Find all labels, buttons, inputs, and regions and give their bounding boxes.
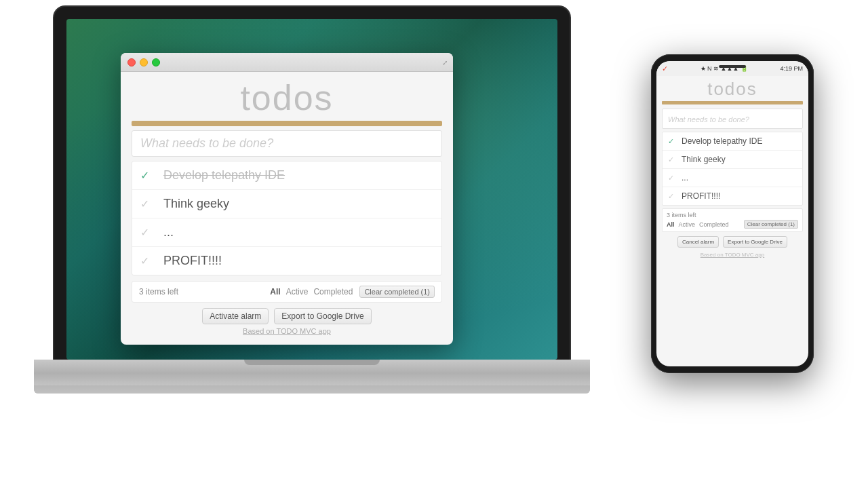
phone-time: 4:19 PM bbox=[780, 65, 803, 72]
todo-item-2[interactable]: ✓ Think geeky bbox=[132, 190, 441, 218]
phone-action-buttons: Cancel alarm Export to Google Drive bbox=[662, 236, 803, 248]
phone-todo-item-3[interactable]: ✓ ... bbox=[663, 169, 802, 187]
todo-input-placeholder: What needs to be done? bbox=[140, 136, 273, 150]
phone-filter-all[interactable]: All bbox=[667, 221, 675, 228]
traffic-lights bbox=[127, 58, 160, 66]
phone-check-icon: ✓ bbox=[662, 64, 668, 73]
phone-cancel-alarm-button[interactable]: Cancel alarm bbox=[677, 236, 719, 248]
phone-todo-item-2[interactable]: ✓ Think geeky bbox=[663, 151, 802, 169]
todo-text-3: ... bbox=[163, 225, 174, 240]
export-button[interactable]: Export to Google Drive bbox=[274, 308, 371, 324]
todo-input-row[interactable]: What needs to be done? bbox=[132, 130, 442, 157]
filter-active[interactable]: Active bbox=[286, 287, 309, 296]
laptop-screen-outer: ⤢ todos What needs to be done? ✓ bbox=[54, 7, 570, 360]
phone-todo-text-1: Develop telepathy IDE bbox=[682, 136, 762, 146]
todo-text-1: Develop telepathy IDE bbox=[163, 168, 285, 183]
phone-credit: Based on TODO MVC app bbox=[656, 250, 808, 259]
phone-input-placeholder: What needs to be done? bbox=[668, 115, 749, 123]
todo-text-2: Think geeky bbox=[163, 197, 229, 211]
phone-todo-item-4[interactable]: ✓ PROFIT!!!! bbox=[663, 187, 802, 205]
expand-icon[interactable]: ⤢ bbox=[442, 58, 448, 66]
phone-filter-active[interactable]: Active bbox=[679, 221, 696, 228]
phone-progress-bar bbox=[662, 101, 803, 104]
phone-screen: ✓ ★ N ≋ ▲▲▲ 🔋 4:19 PM todos What needs t… bbox=[656, 61, 808, 366]
phone-todo-item-1[interactable]: ✓ Develop telepathy IDE bbox=[663, 132, 802, 151]
phone-todo-text-4: PROFIT!!!! bbox=[682, 191, 720, 201]
check-icon-3[interactable]: ✓ bbox=[140, 226, 157, 239]
fullscreen-button[interactable] bbox=[152, 58, 160, 66]
window-footer: 3 items left All Active Completed Clear … bbox=[132, 281, 442, 303]
filter-all[interactable]: All bbox=[270, 287, 280, 296]
filter-buttons: All Active Completed bbox=[270, 287, 353, 296]
phone-filter-completed[interactable]: Completed bbox=[699, 221, 729, 228]
phone-input-row[interactable]: What needs to be done? bbox=[662, 109, 803, 129]
laptop: ⤢ todos What needs to be done? ✓ bbox=[34, 7, 590, 448]
phone-todo-text-2: Think geeky bbox=[682, 155, 726, 164]
check-icon-1[interactable]: ✓ bbox=[140, 169, 157, 182]
phone-check-icon-3[interactable]: ✓ bbox=[668, 174, 677, 183]
app-title: todos bbox=[121, 72, 453, 121]
credit-link[interactable]: Based on TODO MVC app bbox=[243, 327, 331, 335]
progress-bar bbox=[132, 121, 442, 126]
phone-footer-top: 3 items left bbox=[667, 212, 798, 218]
close-button[interactable] bbox=[127, 58, 136, 66]
laptop-app-window: ⤢ todos What needs to be done? ✓ bbox=[121, 53, 453, 345]
todo-item-3[interactable]: ✓ ... bbox=[132, 218, 441, 247]
activate-alarm-button[interactable]: Activate alarm bbox=[202, 308, 269, 324]
phone-app-title: todos bbox=[656, 76, 808, 101]
todo-list: ✓ Develop telepathy IDE ✓ Think geeky ✓ … bbox=[132, 161, 442, 275]
window-titlebar: ⤢ bbox=[121, 53, 453, 72]
phone-credit-link[interactable]: Based on TODO MVC app bbox=[701, 252, 764, 258]
phone-items-left: 3 items left bbox=[667, 212, 696, 218]
items-left-label: 3 items left bbox=[139, 287, 263, 296]
phone-export-button[interactable]: Export to Google Drive bbox=[723, 236, 787, 248]
credit-text: Based on TODO MVC app bbox=[121, 327, 453, 341]
check-icon-4[interactable]: ✓ bbox=[140, 254, 157, 267]
scene: ⤢ todos What needs to be done? ✓ bbox=[0, 0, 868, 498]
phone-check-icon-2[interactable]: ✓ bbox=[668, 155, 677, 164]
phone-check-icon-4[interactable]: ✓ bbox=[668, 192, 677, 201]
minimize-button[interactable] bbox=[140, 58, 148, 66]
todo-text-4: PROFIT!!!! bbox=[163, 254, 222, 268]
todo-item-1[interactable]: ✓ Develop telepathy IDE bbox=[132, 161, 441, 190]
check-icon-2[interactable]: ✓ bbox=[140, 197, 157, 210]
phone-footer: 3 items left All Active Completed Clear … bbox=[662, 208, 803, 232]
todo-item-4[interactable]: ✓ PROFIT!!!! bbox=[132, 247, 441, 275]
phone-check-icon-1[interactable]: ✓ bbox=[668, 137, 677, 146]
phone-statusbar: ✓ ★ N ≋ ▲▲▲ 🔋 4:19 PM bbox=[656, 61, 808, 76]
clear-completed-button[interactable]: Clear completed (1) bbox=[359, 286, 435, 298]
phone: ✓ ★ N ≋ ▲▲▲ 🔋 4:19 PM todos What needs t… bbox=[651, 54, 814, 373]
phone-speaker bbox=[719, 65, 746, 68]
phone-clear-completed[interactable]: Clear completed (1) bbox=[744, 220, 798, 229]
filter-completed[interactable]: Completed bbox=[313, 287, 353, 296]
phone-todo-text-3: ... bbox=[682, 173, 688, 183]
laptop-wallpaper: ⤢ todos What needs to be done? ✓ bbox=[66, 19, 557, 360]
laptop-base bbox=[34, 360, 590, 394]
phone-todo-list: ✓ Develop telepathy IDE ✓ Think geeky ✓ … bbox=[662, 132, 803, 206]
action-buttons: Activate alarm Export to Google Drive bbox=[121, 308, 453, 324]
